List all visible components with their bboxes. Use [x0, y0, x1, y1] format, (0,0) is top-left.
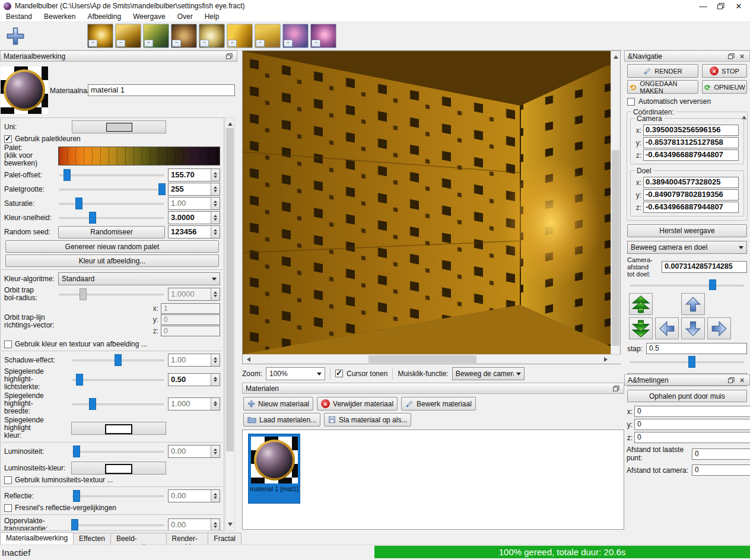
preset-brown-bulb-icon[interactable]	[171, 24, 197, 48]
fresnel-checkbox[interactable]	[4, 504, 12, 512]
tab-beeld-aanpassingen[interactable]: Beeld-aanpassingen	[110, 533, 167, 545]
randomize-button[interactable]: Randomiseer	[58, 226, 165, 238]
spin-buttons[interactable]	[211, 226, 220, 238]
menu-bestand[interactable]: Bestand	[0, 12, 38, 21]
palette-size-spinbox[interactable]: 255	[168, 183, 220, 196]
render-button[interactable]: RENDER	[627, 64, 698, 78]
tab-render-machine[interactable]: Render-machine	[166, 533, 209, 545]
slider-handle[interactable]	[71, 519, 78, 531]
menu-afbeelding[interactable]: Afbeelding	[81, 12, 127, 21]
use-image-texture-checkbox[interactable]	[4, 341, 12, 348]
luminosity-spinbox[interactable]: 0.00	[168, 445, 220, 458]
preset-gold-pyramid-icon[interactable]	[115, 24, 141, 48]
shadow-slider[interactable]	[71, 354, 165, 367]
step-input[interactable]: 0.5	[646, 343, 747, 354]
palette-gradient[interactable]	[58, 147, 220, 166]
shadow-spinbox[interactable]: 1.00	[168, 354, 220, 367]
specular-color-button[interactable]	[71, 422, 166, 435]
save-material-as-button[interactable]: Sla materiaal op als...	[324, 413, 411, 427]
preset-gold-box-icon[interactable]	[227, 24, 253, 48]
measure-x-input[interactable]: 0	[634, 406, 750, 417]
scrollbar-thumb[interactable]	[368, 355, 476, 363]
color-speed-spinbox[interactable]: 3.0000	[168, 211, 220, 224]
use-palette-checkbox[interactable]	[4, 135, 12, 143]
show-cursor-checkbox[interactable]	[335, 370, 343, 377]
camera-distance-slider[interactable]	[629, 279, 745, 291]
left-panel-scrollbar[interactable]	[225, 117, 235, 531]
move-backward-button[interactable]	[629, 317, 653, 339]
palette-offset-spinbox[interactable]: 155.70	[168, 168, 220, 182]
slider-handle[interactable]	[63, 169, 71, 181]
spin-buttons[interactable]	[211, 398, 220, 410]
scroll-up-button[interactable]	[611, 51, 620, 60]
close-button[interactable]: ✕	[730, 1, 748, 11]
tab-materiaalbewerking[interactable]: Materiaalbewerking	[0, 532, 74, 545]
surface-transparency-slider[interactable]	[71, 518, 165, 531]
camera-x-input[interactable]: 0.3950035256596156	[643, 125, 739, 136]
surface-transparency-spinbox[interactable]: 0.00	[168, 518, 220, 531]
color-speed-slider[interactable]	[58, 211, 165, 224]
camera-distance-input[interactable]: 0.007314285714285	[662, 261, 747, 273]
preset-pink-bulb-icon[interactable]	[310, 24, 336, 48]
specular-intensity-slider[interactable]	[71, 373, 165, 386]
target-x-input[interactable]: 0.3894004577328025	[643, 177, 739, 188]
slider-handle[interactable]	[158, 183, 166, 195]
pick-point-button[interactable]: Ophalen punt door muis	[627, 390, 747, 402]
menu-bewerken[interactable]: Bewerken	[38, 12, 81, 21]
undo-button[interactable]: ONGEDAAN MAKEN	[627, 80, 698, 94]
render-vertical-scrollbar[interactable]	[611, 51, 620, 354]
preset-purple-sphere-icon[interactable]	[282, 24, 309, 48]
scrollbar-thumb[interactable]	[226, 128, 234, 451]
measure-y-input[interactable]: 0	[634, 419, 750, 430]
target-z-input[interactable]: -0.6434966887944807	[643, 202, 739, 213]
float-panel-icon[interactable]	[225, 52, 234, 60]
redo-button[interactable]: OPNIEUW	[702, 80, 747, 94]
add-preset-button[interactable]	[4, 24, 27, 48]
preset-menger-green-icon[interactable]	[143, 24, 169, 48]
measure-z-input[interactable]: 0	[634, 432, 750, 443]
spin-buttons[interactable]	[211, 183, 220, 195]
spin-buttons[interactable]	[211, 374, 220, 386]
float-panel-icon[interactable]	[612, 384, 621, 392]
slider-handle[interactable]	[73, 446, 80, 457]
slider-handle[interactable]	[89, 212, 96, 224]
float-panel-icon[interactable]	[727, 52, 736, 60]
palette-offset-slider[interactable]	[58, 168, 165, 182]
move-left-button[interactable]	[655, 317, 679, 339]
distance-camera-input[interactable]: 0	[692, 464, 750, 476]
slider-handle[interactable]	[76, 374, 83, 386]
move-up-button[interactable]	[681, 293, 705, 315]
spin-buttons[interactable]	[211, 446, 220, 457]
use-luminosity-texture-checkbox[interactable]	[4, 476, 12, 484]
uni-color-button[interactable]	[72, 120, 166, 133]
camera-z-input[interactable]: -0.6434966887944807	[643, 149, 739, 161]
close-panel-icon[interactable]	[738, 52, 746, 60]
spin-buttons[interactable]	[211, 354, 220, 366]
camera-y-input[interactable]: -0.8537813125127858	[643, 137, 739, 148]
delete-material-button[interactable]: × Verwijder materiaal	[317, 397, 398, 411]
mouse-function-combo[interactable]: Beweeg de camera	[452, 367, 525, 380]
saturation-slider[interactable]	[58, 197, 165, 210]
spin-buttons[interactable]	[211, 519, 220, 531]
slider-handle[interactable]	[709, 279, 716, 290]
specular-width-spinbox[interactable]: 1.000	[168, 397, 220, 411]
menu-help[interactable]: Help	[199, 12, 225, 21]
preset-gold-disc-icon[interactable]	[87, 24, 113, 48]
load-materials-button[interactable]: Laad materialen...	[243, 413, 320, 427]
float-panel-icon[interactable]	[727, 376, 736, 384]
close-panel-icon[interactable]	[738, 376, 746, 384]
color-algorithm-combo[interactable]: Standaard	[58, 272, 220, 285]
scroll-left-button[interactable]	[243, 355, 252, 364]
slider-handle[interactable]	[115, 354, 122, 366]
reset-view-button[interactable]: Herstel weergave	[627, 224, 747, 237]
preset-gold-spiky-icon[interactable]	[199, 24, 225, 48]
slider-handle[interactable]	[75, 198, 82, 209]
slider-handle[interactable]	[73, 490, 80, 502]
step-slider[interactable]	[629, 355, 745, 368]
saturation-spinbox[interactable]: 1.00	[168, 197, 220, 210]
spin-buttons[interactable]	[211, 212, 220, 224]
new-material-button[interactable]: Nieuw materiaal	[243, 397, 313, 411]
target-y-input[interactable]: -0.8490797802819356	[643, 189, 739, 201]
edit-material-button[interactable]: Bewerk materiaal	[401, 397, 476, 411]
material-item-selected[interactable]: material 1 [mat1]	[248, 434, 300, 504]
